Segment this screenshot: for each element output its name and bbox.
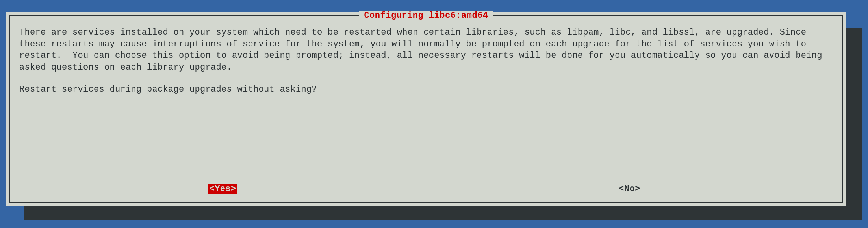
no-button[interactable]: <No> bbox=[618, 184, 641, 194]
dialog-frame: Configuring libc6:amd64 There are servic… bbox=[9, 15, 843, 203]
dialog-body-text: There are services installed on your sys… bbox=[19, 27, 833, 74]
yes-button-slot: <Yes> bbox=[19, 184, 426, 194]
no-button-slot: <No> bbox=[426, 184, 833, 194]
yes-button[interactable]: <Yes> bbox=[208, 184, 237, 194]
dialog-title-wrap: Configuring libc6:amd64 bbox=[10, 11, 842, 20]
dialog-title: Configuring libc6:amd64 bbox=[359, 11, 493, 20]
dialog-button-row: <Yes> <No> bbox=[19, 184, 833, 195]
dialog-content: There are services installed on your sys… bbox=[10, 16, 842, 202]
dialog-question: Restart services during package upgrades… bbox=[19, 84, 833, 96]
dialog-box: Configuring libc6:amd64 There are servic… bbox=[6, 12, 846, 206]
